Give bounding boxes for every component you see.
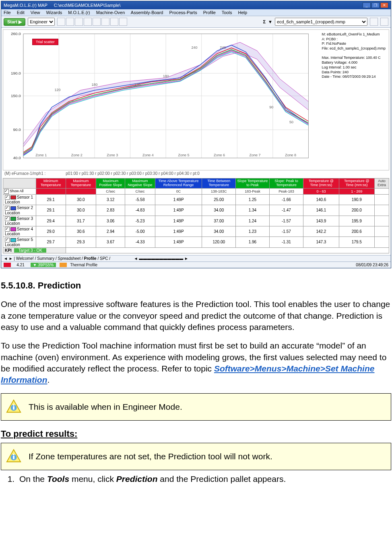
menu-machine-oven[interactable]: Machine-Oven xyxy=(96,10,125,15)
tab-welcome[interactable]: Welcome! xyxy=(16,256,34,261)
sensor-checkbox[interactable] xyxy=(5,216,10,221)
svg-text:150.0: 150.0 xyxy=(11,93,21,98)
tab-spc[interactable]: SPC xyxy=(100,256,108,261)
nav-prev-button[interactable] xyxy=(370,18,378,26)
show-all-label: Show All xyxy=(10,189,24,193)
menu-tools[interactable]: Tools xyxy=(222,10,232,15)
sigma-icon[interactable]: Σ xyxy=(263,19,266,24)
status-bar: 4.21 ▼ 39PS5% Thermal Profile 08/01/09 2… xyxy=(1,261,391,268)
nav-next-button[interactable] xyxy=(380,18,388,26)
menu-assembly-board[interactable]: Assembly-Board xyxy=(131,10,163,15)
svg-text:Zone 4: Zone 4 xyxy=(142,153,154,157)
toolbar-icon[interactable] xyxy=(101,18,109,26)
status-center: Thermal Profile xyxy=(70,263,97,267)
svg-text:240: 240 xyxy=(192,46,198,50)
svg-text:90.0: 90.0 xyxy=(13,127,21,132)
main-toolbar: Start ▶ Engineer Σ ▼ ecd_6ch_sample1_(cr… xyxy=(1,16,391,28)
x-axis-row: (M) eFurnace-1/mph1 : p01:00 r p01:30 r … xyxy=(3,170,389,176)
intro-paragraph: One of the most impressive software feat… xyxy=(1,299,391,333)
svg-point-39 xyxy=(13,404,14,406)
title-bar: MegaM.O.L.E.(r) MAP C:\ecd\MEGAMOLEMAP\S… xyxy=(1,1,391,9)
menu-bar: File Edit View Wizards M.O.L.E.(r) Machi… xyxy=(1,9,391,16)
tab-summary[interactable]: Summary xyxy=(37,256,54,261)
info-icon xyxy=(6,449,21,464)
trial-scatter-label: Trial scatter xyxy=(32,39,58,45)
tab-profile[interactable]: Profile xyxy=(84,256,97,261)
menu-wizards[interactable]: Wizards xyxy=(46,10,62,15)
sensor-checkbox[interactable] xyxy=(5,238,10,243)
sensor-checkbox[interactable] xyxy=(5,227,10,232)
sensor-checkbox[interactable] xyxy=(5,206,10,211)
menu-process-parts[interactable]: Process-Parts xyxy=(169,10,197,15)
toolbar-icon[interactable] xyxy=(84,18,92,26)
menu-file[interactable]: File xyxy=(4,10,11,15)
section-heading: 5.5.10.8. Prediction xyxy=(1,280,391,292)
file-select[interactable]: ecd_6ch_sample1_(cropped).mmp xyxy=(275,18,367,26)
application-window: MegaM.O.L.E.(r) MAP C:\ecd\MEGAMOLEMAP\S… xyxy=(1,1,391,268)
tab-spreadsheet[interactable]: Spreadsheet xyxy=(58,256,81,261)
menu-view[interactable]: View xyxy=(31,10,40,15)
svg-text:180: 180 xyxy=(92,83,98,87)
close-button[interactable]: ✕ xyxy=(380,2,388,8)
menu-mole[interactable]: M.O.L.E.(r) xyxy=(68,10,90,15)
svg-text:170: 170 xyxy=(134,83,140,87)
app-title: MegaM.O.L.E.(r) MAP xyxy=(4,3,47,8)
x-axis-machine-label: (M) eFurnace-1/mph1 : xyxy=(4,171,45,176)
svg-text:50: 50 xyxy=(289,120,293,124)
svg-text:90: 90 xyxy=(269,105,273,109)
svg-text:260.0: 260.0 xyxy=(11,31,21,36)
table-header-row: Minimum TemperatureMaximum TemperatureMa… xyxy=(3,178,389,189)
window-controls: _ ❐ ✕ xyxy=(363,2,388,8)
chart-legend: M: eBottomLeft_OvenFix 1_MediumA: PCB0 :… xyxy=(321,32,386,79)
status-red-chip xyxy=(4,263,11,267)
svg-text:Zone 7: Zone 7 xyxy=(250,153,261,157)
svg-text:Zone 3: Zone 3 xyxy=(107,153,118,157)
worksheet-tabs: ◄ ► | Welcome! / Summary / Spreadsheet /… xyxy=(1,255,391,261)
toolbar-icon[interactable] xyxy=(110,18,118,26)
kpi-row: KPI Target 3 - OK xyxy=(3,247,389,253)
chart-panel: 40.090.0150.0190.0260.0Zone 1Zone 2Zone … xyxy=(1,28,391,255)
note-text: If Zone temperatures are not set, the Pr… xyxy=(29,451,272,462)
info-icon xyxy=(6,399,21,415)
minimize-button[interactable]: _ xyxy=(363,2,371,8)
menu-edit[interactable]: Edit xyxy=(17,10,25,15)
svg-text:180: 180 xyxy=(163,74,169,78)
sensor-checkbox[interactable] xyxy=(5,195,10,200)
profile-chart[interactable]: 40.090.0150.0190.0260.0Zone 1Zone 2Zone … xyxy=(3,29,389,170)
toolbar-icon[interactable] xyxy=(93,18,101,26)
toolbar-icon[interactable] xyxy=(57,18,65,26)
svg-text:Zone 2: Zone 2 xyxy=(71,153,83,157)
toolbar-icon[interactable] xyxy=(66,18,74,26)
svg-rect-42 xyxy=(13,456,14,459)
start-button[interactable]: Start ▶ xyxy=(4,18,25,26)
table-row: Sensor 5 Location29.729.33.67-4.331:49P1… xyxy=(3,237,389,247)
show-all-checkbox[interactable] xyxy=(4,189,9,194)
menu-profile[interactable]: Profile xyxy=(203,10,216,15)
svg-text:190.0: 190.0 xyxy=(11,71,21,75)
maximize-button[interactable]: ❐ xyxy=(371,2,380,8)
menu-help[interactable]: Help xyxy=(238,10,248,15)
svg-text:Zone 5: Zone 5 xyxy=(178,153,189,157)
down-icon[interactable]: ▼ xyxy=(268,19,272,24)
toolbar-icon[interactable] xyxy=(119,18,127,26)
svg-text:120: 120 xyxy=(54,88,60,92)
zone-temp-note: If Zone temperatures are not set, the Pr… xyxy=(1,443,391,470)
note-text: This is available when in Engineer Mode. xyxy=(29,401,182,413)
engineer-mode-note: This is available when in Engineer Mode. xyxy=(1,393,391,421)
svg-rect-38 xyxy=(13,406,14,410)
usage-paragraph: To use the Prediction Tool machine infor… xyxy=(1,340,391,386)
svg-text:240: 240 xyxy=(220,46,226,50)
x-axis-ticks: p01:00 r p01:30 r p02:00 r p02:30 r p03:… xyxy=(66,171,199,176)
svg-point-43 xyxy=(13,454,14,456)
kpi-status: Target 3 - OK xyxy=(14,248,46,253)
mode-select[interactable]: Engineer xyxy=(28,18,55,26)
table-subheader-row: Show AllC/secC/sec0C138-183C183-PeakPeak… xyxy=(3,188,389,194)
svg-text:Zone 8: Zone 8 xyxy=(285,153,296,157)
status-orange-chip xyxy=(60,263,67,267)
table-row: Sensor 1 Location29.130.03.12-5.581:49P2… xyxy=(3,194,389,205)
table-row: Sensor 4 Location29.030.62.94-5.001:49P3… xyxy=(3,226,389,237)
status-datetime: 08/01/09 23:49:26 xyxy=(356,263,388,267)
toolbar-icon[interactable] xyxy=(75,18,83,26)
svg-text:Zone 6: Zone 6 xyxy=(214,153,225,157)
toolbar-icon-group-1 xyxy=(57,18,127,26)
